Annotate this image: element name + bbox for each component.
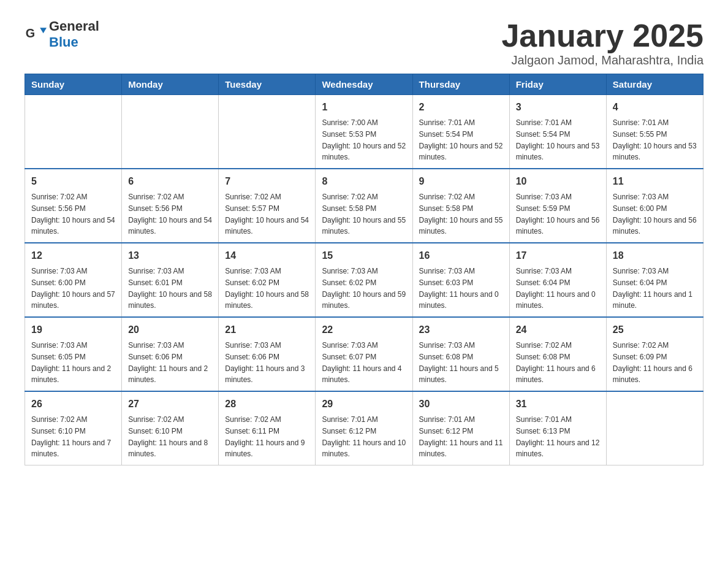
day-info: Sunrise: 7:02 AMSunset: 5:58 PMDaylight:… bbox=[322, 193, 406, 236]
day-info: Sunrise: 7:03 AMSunset: 6:08 PMDaylight:… bbox=[419, 341, 499, 384]
day-number: 18 bbox=[613, 248, 697, 263]
week-row-2: 5Sunrise: 7:02 AMSunset: 5:56 PMDaylight… bbox=[25, 169, 703, 243]
day-info: Sunrise: 7:01 AMSunset: 5:55 PMDaylight:… bbox=[613, 118, 697, 161]
day-info: Sunrise: 7:01 AMSunset: 6:12 PMDaylight:… bbox=[322, 415, 406, 458]
calendar-cell bbox=[606, 391, 703, 465]
calendar-cell bbox=[25, 95, 122, 169]
day-info: Sunrise: 7:02 AMSunset: 6:11 PMDaylight:… bbox=[225, 415, 305, 458]
day-number: 30 bbox=[419, 397, 503, 412]
week-row-3: 12Sunrise: 7:03 AMSunset: 6:00 PMDayligh… bbox=[25, 243, 703, 317]
calendar-cell: 31Sunrise: 7:01 AMSunset: 6:13 PMDayligh… bbox=[509, 391, 606, 465]
day-info: Sunrise: 7:02 AMSunset: 5:56 PMDaylight:… bbox=[31, 193, 115, 236]
calendar-cell: 27Sunrise: 7:02 AMSunset: 6:10 PMDayligh… bbox=[122, 391, 219, 465]
day-number: 9 bbox=[419, 174, 503, 189]
day-number: 14 bbox=[225, 248, 309, 263]
calendar-cell: 2Sunrise: 7:01 AMSunset: 5:54 PMDaylight… bbox=[412, 95, 509, 169]
day-number: 28 bbox=[225, 397, 309, 412]
day-number: 17 bbox=[516, 248, 600, 263]
day-number: 15 bbox=[322, 248, 406, 263]
calendar-cell: 20Sunrise: 7:03 AMSunset: 6:06 PMDayligh… bbox=[122, 317, 219, 391]
calendar-cell: 17Sunrise: 7:03 AMSunset: 6:04 PMDayligh… bbox=[509, 243, 606, 317]
calendar-table: SundayMondayTuesdayWednesdayThursdayFrid… bbox=[25, 74, 703, 465]
header-cell-saturday: Saturday bbox=[606, 74, 703, 95]
day-info: Sunrise: 7:02 AMSunset: 6:09 PMDaylight:… bbox=[613, 341, 692, 384]
title-block: January 2025 Jalgaon Jamod, Maharashtra,… bbox=[501, 18, 703, 67]
day-info: Sunrise: 7:03 AMSunset: 6:03 PMDaylight:… bbox=[419, 267, 499, 310]
calendar-cell: 29Sunrise: 7:01 AMSunset: 6:12 PMDayligh… bbox=[316, 391, 412, 465]
day-info: Sunrise: 7:02 AMSunset: 6:10 PMDaylight:… bbox=[128, 415, 208, 458]
day-number: 11 bbox=[613, 174, 697, 189]
day-number: 23 bbox=[419, 323, 503, 337]
day-info: Sunrise: 7:03 AMSunset: 6:00 PMDaylight:… bbox=[31, 267, 115, 310]
calendar-cell: 4Sunrise: 7:01 AMSunset: 5:55 PMDaylight… bbox=[606, 95, 703, 169]
day-info: Sunrise: 7:02 AMSunset: 5:56 PMDaylight:… bbox=[128, 193, 212, 236]
calendar-cell: 22Sunrise: 7:03 AMSunset: 6:07 PMDayligh… bbox=[316, 317, 412, 391]
day-info: Sunrise: 7:03 AMSunset: 6:06 PMDaylight:… bbox=[225, 341, 305, 384]
day-info: Sunrise: 7:03 AMSunset: 6:00 PMDaylight:… bbox=[613, 193, 697, 236]
calendar-cell: 19Sunrise: 7:03 AMSunset: 6:05 PMDayligh… bbox=[25, 317, 122, 391]
calendar-title: January 2025 bbox=[501, 18, 703, 53]
header-cell-sunday: Sunday bbox=[25, 74, 122, 95]
calendar-cell: 14Sunrise: 7:03 AMSunset: 6:02 PMDayligh… bbox=[219, 243, 316, 317]
calendar-cell: 6Sunrise: 7:02 AMSunset: 5:56 PMDaylight… bbox=[122, 169, 219, 243]
logo-icon: G bbox=[25, 23, 47, 45]
calendar-cell: 8Sunrise: 7:02 AMSunset: 5:58 PMDaylight… bbox=[316, 169, 412, 243]
day-number: 5 bbox=[31, 174, 115, 189]
day-number: 27 bbox=[128, 397, 212, 412]
calendar-cell: 16Sunrise: 7:03 AMSunset: 6:03 PMDayligh… bbox=[412, 243, 509, 317]
day-info: Sunrise: 7:03 AMSunset: 6:01 PMDaylight:… bbox=[128, 267, 212, 310]
day-number: 21 bbox=[225, 323, 309, 337]
svg-text:G: G bbox=[26, 26, 35, 40]
calendar-cell: 10Sunrise: 7:03 AMSunset: 5:59 PMDayligh… bbox=[509, 169, 606, 243]
calendar-body: 1Sunrise: 7:00 AMSunset: 5:53 PMDaylight… bbox=[25, 95, 703, 465]
calendar-cell: 18Sunrise: 7:03 AMSunset: 6:04 PMDayligh… bbox=[606, 243, 703, 317]
day-info: Sunrise: 7:01 AMSunset: 5:54 PMDaylight:… bbox=[419, 118, 503, 161]
calendar-cell: 9Sunrise: 7:02 AMSunset: 5:58 PMDaylight… bbox=[412, 169, 509, 243]
calendar-cell: 15Sunrise: 7:03 AMSunset: 6:02 PMDayligh… bbox=[316, 243, 412, 317]
calendar-cell: 3Sunrise: 7:01 AMSunset: 5:54 PMDaylight… bbox=[509, 95, 606, 169]
day-number: 31 bbox=[516, 397, 600, 412]
header-cell-friday: Friday bbox=[509, 74, 606, 95]
calendar-subtitle: Jalgaon Jamod, Maharashtra, India bbox=[501, 53, 703, 67]
day-number: 10 bbox=[516, 174, 600, 189]
calendar-cell: 21Sunrise: 7:03 AMSunset: 6:06 PMDayligh… bbox=[219, 317, 316, 391]
calendar-cell: 5Sunrise: 7:02 AMSunset: 5:56 PMDaylight… bbox=[25, 169, 122, 243]
day-number: 13 bbox=[128, 248, 212, 263]
day-number: 25 bbox=[613, 323, 697, 337]
logo: G General Blue bbox=[25, 18, 99, 50]
calendar-cell: 1Sunrise: 7:00 AMSunset: 5:53 PMDaylight… bbox=[316, 95, 412, 169]
day-info: Sunrise: 7:01 AMSunset: 6:12 PMDaylight:… bbox=[419, 415, 503, 458]
day-number: 2 bbox=[419, 100, 503, 115]
logo-blue-text: Blue bbox=[49, 34, 78, 50]
header-cell-wednesday: Wednesday bbox=[316, 74, 412, 95]
day-info: Sunrise: 7:02 AMSunset: 6:08 PMDaylight:… bbox=[516, 341, 596, 384]
page-header: G General Blue January 2025 Jalgaon Jamo… bbox=[25, 18, 703, 67]
calendar-cell: 28Sunrise: 7:02 AMSunset: 6:11 PMDayligh… bbox=[219, 391, 316, 465]
header-cell-tuesday: Tuesday bbox=[219, 74, 316, 95]
calendar-cell: 11Sunrise: 7:03 AMSunset: 6:00 PMDayligh… bbox=[606, 169, 703, 243]
day-info: Sunrise: 7:01 AMSunset: 5:54 PMDaylight:… bbox=[516, 118, 600, 161]
day-number: 19 bbox=[31, 323, 115, 337]
calendar-cell: 23Sunrise: 7:03 AMSunset: 6:08 PMDayligh… bbox=[412, 317, 509, 391]
day-number: 12 bbox=[31, 248, 115, 263]
day-number: 7 bbox=[225, 174, 309, 189]
logo-general-text: General bbox=[49, 18, 99, 34]
day-number: 4 bbox=[613, 100, 697, 115]
day-info: Sunrise: 7:03 AMSunset: 6:02 PMDaylight:… bbox=[322, 267, 406, 310]
calendar-cell: 12Sunrise: 7:03 AMSunset: 6:00 PMDayligh… bbox=[25, 243, 122, 317]
day-number: 24 bbox=[516, 323, 600, 337]
day-info: Sunrise: 7:02 AMSunset: 5:57 PMDaylight:… bbox=[225, 193, 309, 236]
day-number: 8 bbox=[322, 174, 406, 189]
day-info: Sunrise: 7:03 AMSunset: 5:59 PMDaylight:… bbox=[516, 193, 600, 236]
day-number: 29 bbox=[322, 397, 406, 412]
day-info: Sunrise: 7:03 AMSunset: 6:02 PMDaylight:… bbox=[225, 267, 309, 310]
week-row-4: 19Sunrise: 7:03 AMSunset: 6:05 PMDayligh… bbox=[25, 317, 703, 391]
day-number: 3 bbox=[516, 100, 600, 115]
calendar-cell: 30Sunrise: 7:01 AMSunset: 6:12 PMDayligh… bbox=[412, 391, 509, 465]
day-info: Sunrise: 7:03 AMSunset: 6:04 PMDaylight:… bbox=[613, 267, 692, 310]
day-info: Sunrise: 7:03 AMSunset: 6:07 PMDaylight:… bbox=[322, 341, 401, 384]
day-info: Sunrise: 7:03 AMSunset: 6:05 PMDaylight:… bbox=[31, 341, 111, 384]
day-info: Sunrise: 7:03 AMSunset: 6:06 PMDaylight:… bbox=[128, 341, 208, 384]
day-info: Sunrise: 7:00 AMSunset: 5:53 PMDaylight:… bbox=[322, 118, 406, 161]
day-number: 1 bbox=[322, 100, 406, 115]
